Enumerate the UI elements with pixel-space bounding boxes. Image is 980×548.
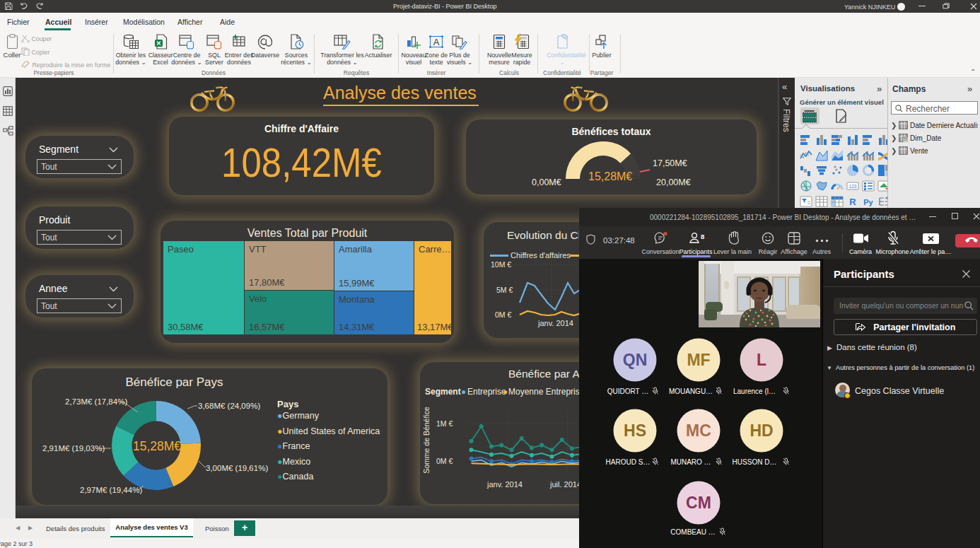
svg-text:A: A bbox=[433, 37, 440, 47]
svg-text:8: 8 bbox=[701, 233, 704, 240]
